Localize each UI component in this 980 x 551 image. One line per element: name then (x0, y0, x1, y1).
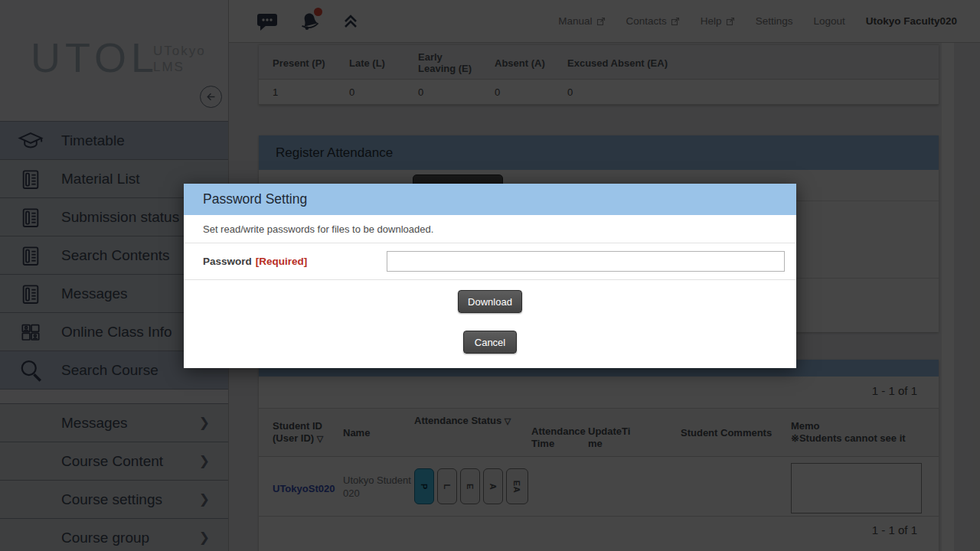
download-button[interactable]: Download (458, 290, 522, 313)
password-label: Password[Required] (203, 256, 307, 267)
page: UTOL UTokyo LMS Timetable (0, 0, 980, 551)
modal-actions: Download Cancel (184, 280, 796, 367)
password-label-text: Password (203, 256, 252, 267)
modal-message: Set read/write passwords for files to be… (184, 215, 796, 243)
cancel-button[interactable]: Cancel (463, 331, 517, 354)
password-form-row: Password[Required] (184, 243, 796, 280)
password-input[interactable] (387, 251, 785, 272)
modal-title: Password Setting (184, 184, 796, 215)
password-setting-modal: Password Setting Set read/write password… (184, 184, 796, 368)
required-badge: [Required] (256, 256, 308, 267)
